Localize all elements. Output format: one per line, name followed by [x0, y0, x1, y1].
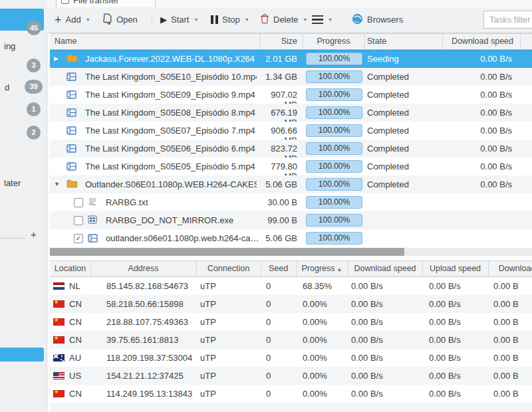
country-code: CN — [69, 389, 82, 399]
chevron-down-icon[interactable]: ▼ — [245, 17, 249, 22]
partial-peer-row — [50, 403, 532, 412]
peer-row[interactable]: CN218.88.107.75:49363uTP00.00%0.00 B/s0.… — [50, 313, 532, 331]
column-header-connection[interactable]: Connection — [196, 264, 261, 273]
flag-icon-cn — [53, 390, 65, 397]
torrent-row[interactable]: The Last Kingdom_S05E10_Episódio 10.mp41… — [50, 68, 532, 86]
folder-icon — [66, 179, 78, 190]
sidebar-item-selected[interactable]: 45 — [0, 9, 44, 31]
add-button[interactable]: + Add ▼ — [55, 7, 90, 32]
column-header-downloaded[interactable]: Downloaded — [488, 264, 532, 273]
column-header-upload-speed[interactable]: Upload speed — [422, 264, 488, 273]
address-cell: 58.218.50.66:15898 — [106, 299, 184, 309]
sidebar-item-label[interactable]: ing — [4, 41, 15, 51]
upload-speed-cell: 0.00 B/s — [429, 353, 461, 363]
peer-row[interactable]: US154.21.21.12:37425uTP00.00%0.00 B/s0.0… — [50, 367, 532, 385]
sidebar-item-bottom[interactable] — [0, 348, 44, 361]
column-header-download-speed[interactable]: Download speed — [442, 37, 513, 46]
file-checkbox[interactable]: ✓ — [74, 234, 83, 243]
chevron-down-icon[interactable]: ▼ — [194, 17, 198, 22]
download-speed-cell: 0.00 B/s — [351, 299, 383, 309]
downloaded-cell: 0.00 B — [493, 389, 519, 399]
peers-rows: NL85.145.82.168:54673uTP068.35%0.00 B/s0… — [50, 277, 532, 403]
download-speed-cell: 0.00 B/s — [351, 389, 383, 399]
video-icon — [66, 72, 76, 84]
torrent-row[interactable]: The Last Kingdom_S05E05_Episódio 5.mp477… — [50, 157, 532, 175]
toolbar: + Add ▼ Open ▶ Start ▼ Stop ▼ Delete ▼ ▼ — [47, 7, 532, 33]
size-cell: 99.00 B — [259, 215, 297, 225]
country-code: AU — [69, 353, 81, 363]
chevron-down-icon[interactable]: ▼ — [328, 17, 332, 22]
flag-icon-au — [53, 354, 65, 361]
file-transfer-icon — [61, 0, 69, 4]
file-checkbox[interactable] — [74, 198, 83, 207]
downloaded-cell: 0.00 B — [493, 317, 519, 327]
torrent-row[interactable]: The Last Kingdom_S05E08_Episódio 8.mp467… — [50, 104, 532, 122]
add-category-button[interactable]: + — [31, 229, 37, 240]
address-cell: 39.75.65.161:8813 — [106, 335, 178, 345]
add-label: Add — [66, 15, 81, 25]
peers-table: Location Address Connection Seed Progres… — [50, 260, 532, 412]
tab-label: File transfer — [73, 0, 119, 5]
seed-cell: 0 — [266, 389, 271, 399]
file-row[interactable]: ✓outlander.s06e01.1080p.web.h264-ca…5.06… — [50, 229, 532, 247]
progress-cell: 0.00% — [303, 317, 327, 327]
progress-cell: 0.00% — [303, 389, 327, 399]
column-header-location[interactable]: Location — [50, 264, 90, 273]
file-checkbox[interactable] — [74, 216, 83, 225]
start-button[interactable]: ▶ Start ▼ — [160, 7, 198, 32]
torrent-row[interactable]: The Last Kingdom_S05E06_Episódio 6.mp482… — [50, 140, 532, 157]
file-name: RARBG.txt — [106, 197, 148, 207]
delete-button[interactable]: Delete ▼ — [260, 7, 308, 32]
collapse-arrow-icon[interactable]: ▼ — [54, 181, 60, 187]
horizontal-scrollbar[interactable] — [50, 248, 532, 256]
chevron-down-icon[interactable]: ▼ — [86, 17, 90, 22]
peers-table-header: Location Address Connection Seed Progres… — [50, 260, 532, 277]
column-header-state[interactable]: State — [367, 37, 386, 46]
peer-row[interactable]: CN58.218.50.66:15898uTP00.00%0.00 B/s0.0… — [50, 295, 532, 313]
progress-pill: 100.00% — [306, 124, 362, 137]
peer-row[interactable]: AU118.209.198.37:53004uTP00.00%0.00 B/s0… — [50, 349, 532, 367]
count-badge: 39 — [25, 80, 43, 94]
browsers-button[interactable]: Browsers — [352, 7, 403, 32]
plus-icon: + — [55, 15, 62, 25]
scrollbar-thumb[interactable] — [50, 248, 404, 256]
column-header-size[interactable]: Size — [259, 37, 297, 46]
browsers-label: Browsers — [367, 15, 403, 25]
peer-row[interactable]: CN114.249.195.13:13843uTP00.00%0.00 B/s0… — [50, 385, 532, 403]
file-row[interactable]: RARBG.txt30.00 B100.00% — [50, 193, 532, 211]
peer-row[interactable]: CN39.75.65.161:8813uTP00.00%0.00 B/s0.00… — [50, 331, 532, 349]
folder-icon — [66, 54, 78, 64]
column-header-address[interactable]: Address — [90, 264, 196, 273]
stop-button[interactable]: Stop ▼ — [211, 7, 249, 32]
tasks-filter-input[interactable] — [483, 11, 532, 29]
download-speed-cell: 0.00 B/s — [351, 371, 383, 381]
seed-cell: 0 — [266, 335, 271, 345]
file-row[interactable]: RARBG_DO_NOT_MIRROR.exe99.00 B100.00% — [50, 211, 532, 229]
open-button[interactable]: Open — [102, 7, 138, 32]
sidebar: 45 ing 3 d 39 1 2 later + — [0, 0, 47, 412]
file-name: The Last Kingdom_S05E10_Episódio 10.mp4 — [85, 72, 257, 82]
download-speed-cell: 0.00 B/s — [442, 90, 512, 100]
chevron-down-icon[interactable]: ▼ — [303, 17, 308, 22]
torrent-row[interactable]: The Last Kingdom_S05E07_Episódio 7.mp490… — [50, 122, 532, 140]
state-cell: Completed — [367, 108, 409, 118]
column-header-progress[interactable]: Progress — [303, 37, 364, 46]
torrent-row[interactable]: ▼Outlander.S06E01.1080p.WEB.H264-CAKES[r… — [50, 175, 532, 193]
torrent-row[interactable]: The Last Kingdom_S05E09_Episódio 9.mp490… — [50, 86, 532, 104]
expand-arrow-icon[interactable]: ▶ — [54, 55, 59, 62]
column-header-download-speed[interactable]: Download speed — [348, 264, 422, 273]
torrents-rows: ▶Jackass.Forever.2022.WEB-DL.1080p.X2642… — [50, 50, 532, 247]
peer-row[interactable]: NL85.145.82.168:54673uTP068.35%0.00 B/s0… — [50, 277, 532, 295]
column-header-seed[interactable]: Seed — [261, 264, 296, 273]
flag-icon-us — [53, 372, 65, 379]
torrent-row[interactable]: ▶Jackass.Forever.2022.WEB-DL.1080p.X2642… — [50, 50, 532, 68]
download-speed-cell: 0.00 B/s — [351, 353, 383, 363]
sidebar-item-label[interactable]: later — [4, 178, 21, 188]
menu-button[interactable]: ▼ — [312, 7, 332, 32]
download-speed-cell: 0.00 B/s — [442, 161, 512, 171]
start-label: Start — [171, 15, 189, 25]
column-header-name[interactable]: Name — [55, 37, 76, 46]
sidebar-item-label[interactable]: d — [5, 82, 9, 92]
country-code: CN — [69, 317, 82, 327]
column-header-progress[interactable]: Progress▲ — [296, 264, 348, 273]
